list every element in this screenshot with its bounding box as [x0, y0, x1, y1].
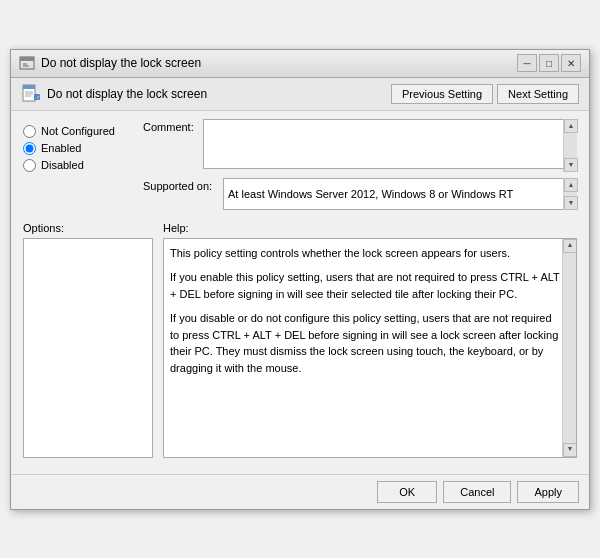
help-label: Help: — [163, 222, 577, 234]
supported-box: At least Windows Server 2012, Windows 8 … — [223, 178, 577, 210]
options-help-section: Options: Help: This policy setting contr… — [23, 222, 577, 458]
header-left: ✓ Do not display the lock screen — [21, 84, 207, 104]
enabled-label: Enabled — [41, 142, 81, 154]
svg-rect-5 — [23, 85, 35, 89]
main-window: Do not display the lock screen ─ □ ✕ ✓ D… — [10, 49, 590, 510]
close-button[interactable]: ✕ — [561, 54, 581, 72]
help-box: This policy setting controls whether the… — [163, 238, 577, 458]
prev-setting-button[interactable]: Previous Setting — [391, 84, 493, 104]
supported-label: Supported on: — [143, 178, 223, 192]
disabled-option[interactable]: Disabled — [23, 159, 133, 172]
title-bar-left: Do not display the lock screen — [19, 55, 201, 71]
minimize-button[interactable]: ─ — [517, 54, 537, 72]
supported-value: At least Windows Server 2012, Windows 8 … — [228, 188, 513, 200]
not-configured-label: Not Configured — [41, 125, 115, 137]
header-bar: ✓ Do not display the lock screen Previou… — [11, 78, 589, 111]
not-configured-option[interactable]: Not Configured — [23, 125, 133, 138]
supported-scroll-up[interactable]: ▲ — [564, 178, 578, 192]
help-text: This policy setting controls whether the… — [170, 245, 562, 377]
header-title: Do not display the lock screen — [47, 87, 207, 101]
nav-buttons: Previous Setting Next Setting — [391, 84, 579, 104]
title-bar-buttons: ─ □ ✕ — [517, 54, 581, 72]
supported-section: Supported on: At least Windows Server 20… — [143, 178, 577, 210]
svg-text:✓: ✓ — [36, 94, 40, 100]
radio-group: Not Configured Enabled Disabled — [23, 119, 133, 178]
comment-section: Comment: ▲ ▼ — [143, 119, 577, 172]
scroll-track — [564, 133, 577, 158]
title-bar: Do not display the lock screen ─ □ ✕ — [11, 50, 589, 78]
help-para-3: If you disable or do not configure this … — [170, 310, 562, 376]
window-title: Do not display the lock screen — [41, 56, 201, 70]
options-box — [23, 238, 153, 458]
not-configured-radio[interactable] — [23, 125, 36, 138]
comment-scrollbar: ▲ ▼ — [563, 119, 577, 172]
policy-icon: ✓ — [21, 84, 41, 104]
scroll-down-arrow[interactable]: ▼ — [564, 158, 578, 172]
enabled-option[interactable]: Enabled — [23, 142, 133, 155]
disabled-label: Disabled — [41, 159, 84, 171]
scroll-up-arrow[interactable]: ▲ — [564, 119, 578, 133]
main-content: Not Configured Enabled Disabled Comment: — [11, 111, 589, 466]
comment-label: Comment: — [143, 119, 203, 133]
comment-input-wrapper: ▲ ▼ — [203, 119, 577, 172]
enabled-radio[interactable] — [23, 142, 36, 155]
right-settings: Comment: ▲ ▼ Supported on: — [133, 119, 577, 218]
help-scroll-up[interactable]: ▲ — [563, 239, 577, 253]
maximize-button[interactable]: □ — [539, 54, 559, 72]
help-scrollbar: ▲ ▼ — [562, 239, 576, 457]
comment-textarea[interactable] — [203, 119, 577, 169]
help-para-2: If you enable this policy setting, users… — [170, 269, 562, 302]
ok-button[interactable]: OK — [377, 481, 437, 503]
cancel-button[interactable]: Cancel — [443, 481, 511, 503]
help-scroll-track — [563, 253, 576, 443]
next-setting-button[interactable]: Next Setting — [497, 84, 579, 104]
svg-rect-1 — [20, 57, 34, 61]
help-column: Help: This policy setting controls wheth… — [163, 222, 577, 458]
apply-button[interactable]: Apply — [517, 481, 579, 503]
disabled-radio[interactable] — [23, 159, 36, 172]
supported-scroll-down[interactable]: ▼ — [564, 196, 578, 210]
window-icon — [19, 55, 35, 71]
options-column: Options: — [23, 222, 153, 458]
footer: OK Cancel Apply — [11, 474, 589, 509]
options-label: Options: — [23, 222, 153, 234]
help-para-1: This policy setting controls whether the… — [170, 245, 562, 262]
supported-box-wrapper: At least Windows Server 2012, Windows 8 … — [223, 178, 577, 210]
supported-scrollbar: ▲ ▼ — [563, 178, 577, 210]
help-scroll-down[interactable]: ▼ — [563, 443, 577, 457]
